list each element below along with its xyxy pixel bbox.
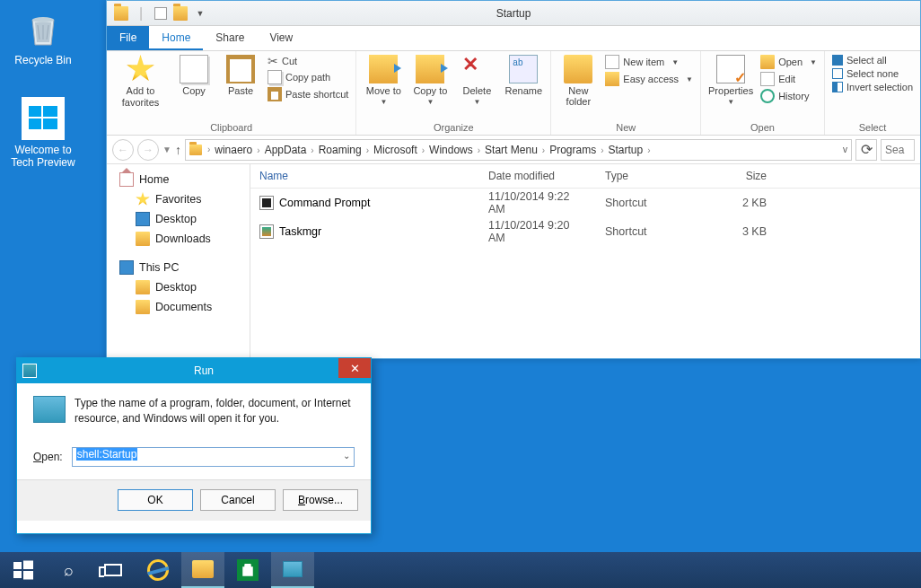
breadcrumb-item[interactable]: Startup (606, 144, 646, 156)
breadcrumb[interactable]: › winaero›AppData›Roaming›Microsoft›Wind… (185, 139, 852, 161)
nav-recent-button[interactable]: ▼ (162, 145, 171, 154)
search-input[interactable] (881, 139, 915, 161)
desktop-icon-recycle-bin[interactable]: Recycle Bin (9, 7, 77, 66)
browse-button[interactable]: Browse... (283, 489, 358, 511)
copy-to-icon (416, 55, 444, 83)
paste-button[interactable]: Paste (221, 55, 260, 96)
run-title: Run (37, 364, 371, 377)
breadcrumb-item[interactable]: AppData (262, 144, 310, 156)
select-all-button[interactable]: Select all (832, 55, 913, 66)
delete-icon: ✕ (462, 55, 491, 83)
invert-selection-button[interactable]: Invert selection (832, 82, 913, 92)
run-input[interactable]: shell:Startup ⌄ (72, 447, 355, 467)
col-header-date[interactable]: Date modified (479, 164, 596, 188)
new-item-button[interactable]: New item▼ (605, 55, 693, 69)
taskbar-run-button[interactable] (271, 552, 314, 588)
sidebar-item-this-pc[interactable]: This PC (107, 258, 250, 277)
add-to-favorites-button[interactable]: Add to favorites (114, 55, 167, 109)
pc-icon (119, 260, 134, 275)
run-input-dropdown-icon[interactable]: ⌄ (343, 451, 350, 461)
breadcrumb-dropdown-icon[interactable]: v (843, 145, 847, 154)
properties-button[interactable]: Properties▼ (708, 55, 753, 106)
ie-icon (145, 557, 171, 583)
rename-icon: ab (509, 55, 538, 83)
desktop-icon-welcome[interactable]: Welcome to Tech Preview (9, 97, 77, 169)
explorer-titlebar[interactable]: | ▼ Startup (107, 1, 920, 26)
nav-up-button[interactable]: ↑ (175, 143, 181, 157)
windows-logo-icon (13, 560, 33, 580)
taskbar-store-button[interactable] (226, 552, 269, 588)
ok-button[interactable]: OK (118, 489, 193, 511)
copy-path-button[interactable]: Copy path (268, 70, 348, 84)
start-button[interactable] (2, 552, 45, 588)
new-folder-icon (564, 55, 592, 83)
select-none-icon (832, 68, 843, 79)
new-folder-button[interactable]: New folder (558, 55, 598, 107)
delete-button[interactable]: ✕Delete▼ (457, 55, 496, 106)
easy-access-button[interactable]: Easy access▼ (605, 72, 693, 86)
copy-to-button[interactable]: Copy to▼ (410, 55, 450, 106)
table-row[interactable]: Taskmgr11/10/2014 9:20 AMShortcut3 KB (250, 217, 920, 246)
sidebar-item-downloads[interactable]: Downloads (107, 229, 250, 249)
qat-newfolder-icon[interactable] (171, 4, 189, 22)
svg-rect-8 (13, 571, 22, 578)
history-button[interactable]: History (760, 89, 817, 103)
open-button[interactable]: Open▼ (760, 55, 817, 69)
sidebar-item-pc-desktop[interactable]: Desktop (107, 277, 250, 297)
tab-file[interactable]: File (107, 26, 149, 50)
qat-properties-icon[interactable] (152, 4, 170, 22)
sidebar-item-documents[interactable]: Documents (107, 297, 250, 317)
taskbar-explorer-button[interactable] (181, 552, 224, 588)
taskbar-search-button[interactable]: ⌕ (47, 552, 90, 588)
run-dialog: Run ✕ Type the name of a program, folder… (16, 357, 372, 534)
close-button[interactable]: ✕ (338, 358, 371, 378)
refresh-button[interactable]: ⟳ (855, 139, 877, 161)
cut-button[interactable]: ✂Cut (268, 55, 348, 67)
col-header-name[interactable]: Name (250, 164, 479, 188)
copy-button[interactable]: Copy (174, 55, 214, 96)
nav-back-button[interactable]: ← (112, 139, 134, 161)
breadcrumb-item[interactable]: Start Menu (482, 144, 540, 156)
run-open-label: Open: (33, 451, 63, 463)
home-icon (119, 172, 134, 187)
breadcrumb-item[interactable]: Roaming (316, 144, 364, 156)
breadcrumb-item[interactable]: Programs (547, 144, 599, 156)
star-icon (127, 55, 155, 83)
qat-folder-icon[interactable] (112, 4, 130, 22)
copy-label: Copy (182, 85, 206, 96)
taskview-icon (104, 564, 122, 576)
breadcrumb-item[interactable]: Microsoft (371, 144, 420, 156)
tab-view[interactable]: View (257, 26, 305, 50)
table-row[interactable]: Command Prompt11/10/2014 9:22 AMShortcut… (250, 189, 920, 217)
desktop-icon-label: Welcome to Tech Preview (9, 144, 77, 169)
edit-button[interactable]: Edit (760, 72, 817, 86)
taskview-button[interactable] (92, 552, 135, 588)
tab-share[interactable]: Share (203, 26, 257, 50)
col-header-size[interactable]: Size (695, 164, 776, 188)
ribbon-tabs: File Home Share View (107, 26, 920, 51)
nav-forward-button[interactable]: → (137, 139, 159, 161)
move-to-button[interactable]: Move to▼ (364, 55, 403, 106)
col-header-type[interactable]: Type (596, 164, 695, 188)
taskbar-ie-button[interactable] (136, 552, 180, 588)
qat-dropdown-icon[interactable]: ▼ (191, 4, 209, 22)
add-to-favorites-label: Add to favorites (114, 85, 167, 109)
search-icon: ⌕ (64, 561, 74, 580)
run-description: Type the name of a program, folder, docu… (75, 396, 355, 427)
tab-home[interactable]: Home (149, 26, 203, 50)
cancel-button[interactable]: Cancel (200, 489, 276, 511)
select-none-button[interactable]: Select none (832, 68, 913, 79)
sidebar-item-desktop[interactable]: Desktop (107, 209, 250, 229)
ribbon-group-open: Properties▼ Open▼ Edit History Open (701, 51, 825, 135)
rename-button[interactable]: abRename (504, 55, 543, 96)
breadcrumb-item[interactable]: winaero (212, 144, 255, 156)
paste-label: Paste (228, 85, 253, 96)
run-titlebar[interactable]: Run ✕ (17, 358, 371, 383)
sidebar-item-favorites[interactable]: Favorites (107, 189, 250, 209)
group-label-select: Select (832, 120, 913, 133)
paste-shortcut-button[interactable]: Paste shortcut (268, 87, 348, 101)
select-all-icon (832, 55, 843, 66)
list-header[interactable]: Name Date modified Type Size (250, 164, 920, 189)
sidebar-item-home[interactable]: Home (107, 170, 250, 189)
breadcrumb-item[interactable]: Windows (426, 144, 476, 156)
